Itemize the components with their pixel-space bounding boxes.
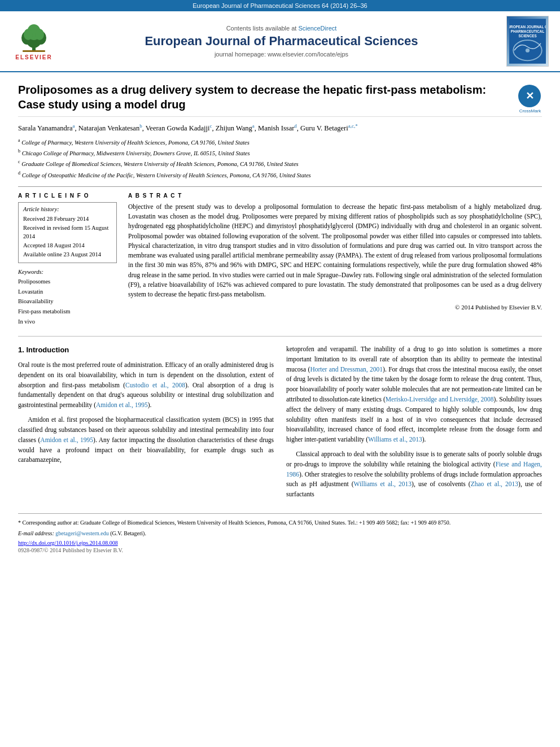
science-direct-anchor[interactable]: ScienceDirect — [298, 25, 336, 32]
author-manish: Manish Issar — [258, 124, 294, 132]
keyword-bioavailability: Bioavailability — [18, 296, 117, 307]
svg-point-13 — [526, 49, 530, 53]
body-right-col: ketoprofen and verapamil. The inability … — [286, 344, 542, 504]
affiliation-b: b Chicago College of Pharmacy, Midwester… — [18, 148, 542, 158]
journal-header: ELSEVIER Contents lists available at Sci… — [0, 11, 560, 72]
author-veeran: Veeran Gowda Kadajji — [146, 124, 210, 132]
article-history-box: Article history: Received 28 February 20… — [18, 202, 117, 263]
keywords-section: Keywords: Proliposomes Lovastatin Bioava… — [18, 269, 117, 327]
or-connector: or — [471, 233, 477, 239]
doi-block: http://dx.doi.org/10.1016/j.ejps.2014.08… — [18, 540, 542, 546]
intro-para-3: ketoprofen and verapamil. The inability … — [286, 344, 542, 445]
author-zhijun: Zhijun Wang — [216, 124, 252, 132]
copyright-line: © 2014 Published by Elsevier B.V. — [128, 304, 542, 311]
received-date: Received 28 February 2014 — [23, 215, 112, 224]
section-separator — [18, 336, 542, 337]
abstract-heading: A B S T R A C T — [128, 193, 542, 199]
intro-para-2: Amidon et al. first proposed the biophar… — [18, 415, 274, 465]
keyword-first-pass: First-pass metabolism — [18, 307, 117, 317]
main-content: Proliposomes as a drug delivery system t… — [0, 72, 560, 565]
footer-area: * Corresponding author at: Graduate Coll… — [18, 513, 542, 553]
intro-para-1: Oral route is the most preferred route o… — [18, 360, 274, 410]
author-sarala: Sarala Yanamandra — [18, 124, 73, 132]
history-title: Article history: — [23, 206, 112, 212]
authors-line: Sarala Yanamandraa, Natarajan Venkatesan… — [18, 123, 542, 134]
journal-title-block: Contents lists available at ScienceDirec… — [56, 25, 506, 58]
journal-cover-image: EUROPEAN JOURNAL OF PHARMACEUTICAL SCIEN… — [506, 16, 549, 67]
affiliation-c: c Graduate College of Biomedical Science… — [18, 159, 542, 168]
keyword-in-vivo: In vivo — [18, 317, 117, 327]
article-info-column: A R T I C L E I N F O Article history: R… — [18, 193, 117, 327]
article-info-heading: A R T I C L E I N F O — [18, 193, 117, 199]
keyword-proliposomes: Proliposomes — [18, 277, 117, 287]
svg-point-6 — [35, 29, 44, 40]
author-natarajan: Natarajan Venkatesan — [78, 124, 139, 132]
amidon1995-ref[interactable]: Amidon et al., 1995 — [96, 401, 148, 408]
amidon1995b-ref[interactable]: Amidon et al., 1995 — [40, 436, 93, 443]
journal-citation: European Journal of Pharmaceutical Scien… — [193, 2, 367, 9]
body-left-col: 1. Introduction Oral route is the most p… — [18, 344, 274, 504]
elsevier-logo: ELSEVIER — [11, 22, 56, 60]
email-footnote: E-mail address: gbetageri@western.edu (G… — [18, 529, 542, 538]
williams2013b-ref[interactable]: Williams et al., 2013 — [354, 480, 412, 487]
revised-date: Received in revised form 15 August 2014 — [23, 224, 112, 242]
affiliation-d: d College of Osteopathic Medicine of the… — [18, 170, 542, 180]
keyword-lovastatin: Lovastatin — [18, 287, 117, 297]
issn-block: 0928-0987/© 2014 Published by Elsevier B… — [18, 547, 542, 553]
svg-point-5 — [24, 29, 33, 40]
abstract-text: Objective of the present study was to de… — [128, 202, 542, 300]
zhao-ref[interactable]: Zhao et al., 2013 — [471, 480, 518, 487]
abstract-column: A B S T R A C T Objective of the present… — [128, 193, 542, 327]
svg-text:EUROPEAN JOURNAL OF: EUROPEAN JOURNAL OF — [509, 25, 546, 29]
top-bar: European Journal of Pharmaceutical Scien… — [0, 0, 560, 11]
info-abstract-columns: A R T I C L E I N F O Article history: R… — [18, 186, 542, 327]
elsevier-tree-icon — [17, 22, 51, 53]
custodio-ref[interactable]: Custodio et al., 2008 — [125, 382, 185, 388]
email-link[interactable]: gbetageri@western.edu — [55, 530, 108, 536]
keywords-title: Keywords: — [18, 269, 117, 275]
svg-text:PHARMACEUTICAL: PHARMACEUTICAL — [511, 29, 545, 33]
keywords-list: Proliposomes Lovastatin Bioavailability … — [18, 277, 117, 327]
article-title-block: Proliposomes as a drug delivery system t… — [18, 82, 542, 117]
horter-ref[interactable]: Horter and Dressman, 2001 — [310, 366, 383, 373]
merisko-ref[interactable]: Merisko-Liversidge and Liversidge, 2008 — [386, 396, 494, 403]
section1-heading: 1. Introduction — [18, 344, 274, 356]
corresponding-author-note: * Corresponding author at: Graduate Coll… — [18, 518, 542, 527]
author-guru: Guru V. Betageri — [300, 124, 348, 132]
fiese-ref[interactable]: Fiese and Hagen, 1986 — [286, 461, 542, 478]
crossmark-icon: ✕ — [518, 85, 541, 107]
intro-para-4: Classical approach to deal with the solu… — [286, 449, 542, 500]
elsevier-brand-text: ELSEVIER — [15, 54, 52, 60]
affiliation-a: a College of Pharmacy, Western Universit… — [18, 137, 542, 147]
journal-homepage: journal homepage: www.elsevier.com/locat… — [56, 51, 506, 58]
accepted-date: Accepted 18 August 2014 — [23, 241, 112, 250]
doi-link[interactable]: http://dx.doi.org/10.1016/j.ejps.2014.08… — [18, 540, 118, 546]
svg-text:SCIENCES: SCIENCES — [518, 34, 536, 38]
williams2013-ref[interactable]: Williams et al., 2013 — [368, 436, 422, 443]
body-columns: 1. Introduction Oral route is the most p… — [18, 344, 542, 504]
journal-main-title: European Journal of Pharmaceutical Scien… — [56, 34, 506, 49]
crossmark-badge: ✕ CrossMark — [518, 85, 542, 108]
svg-rect-7 — [23, 50, 45, 52]
science-direct-link: Contents lists available at ScienceDirec… — [56, 25, 506, 32]
article-title: Proliposomes as a drug delivery system t… — [18, 82, 511, 112]
available-date: Available online 23 August 2014 — [23, 250, 112, 259]
affiliations-block: a College of Pharmacy, Western Universit… — [18, 137, 542, 180]
